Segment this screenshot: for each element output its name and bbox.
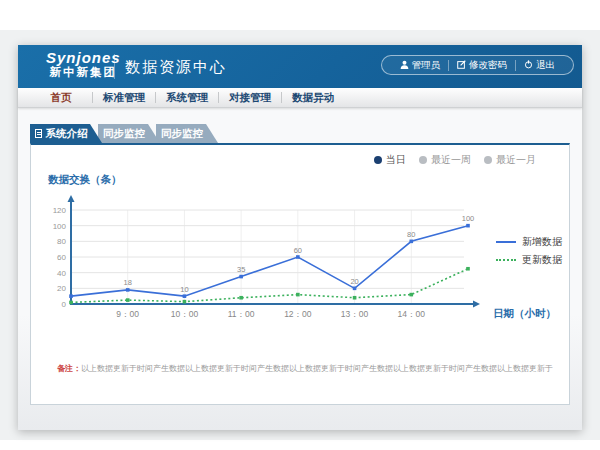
svg-text:80: 80 — [407, 230, 415, 239]
nav-item-home[interactable]: 首页 — [30, 91, 92, 105]
user-menu: 管理员 修改密码 退出 — [381, 55, 575, 75]
range-option-last-week[interactable]: 最近一周 — [419, 153, 471, 167]
tab-label: 同步监控 — [161, 127, 203, 141]
tab-bar: 系统介绍 同步监控 同步监控 — [30, 124, 570, 143]
range-label: 当日 — [386, 153, 406, 167]
header-divider — [114, 54, 115, 79]
y-axis-title: 数据交换（条） — [48, 173, 122, 187]
logout-button[interactable]: 退出 — [516, 59, 563, 72]
change-password-button[interactable]: 修改密码 — [449, 59, 515, 72]
legend-item-updated-data[interactable]: 更新数据 — [496, 251, 562, 269]
radio-selected-icon — [374, 156, 382, 164]
range-label: 最近一月 — [496, 153, 536, 167]
nav-item-data-change[interactable]: 数据异动 — [282, 91, 344, 105]
edit-icon — [457, 60, 466, 71]
x-axis-title: 日期（小时） — [493, 307, 556, 321]
logout-label: 退出 — [536, 59, 555, 72]
nav-item-interface-mgmt[interactable]: 对接管理 — [219, 91, 281, 105]
svg-text:0: 0 — [62, 300, 67, 309]
svg-text:9：00: 9：00 — [116, 309, 139, 319]
svg-text:60: 60 — [57, 253, 66, 262]
date-range-filter: 当日 最近一周 最近一月 — [374, 153, 536, 167]
svg-text:40: 40 — [57, 269, 66, 278]
legend-label: 新增数据 — [522, 235, 562, 249]
change-password-label: 修改密码 — [469, 59, 507, 72]
solid-line-icon — [496, 241, 516, 243]
current-user[interactable]: 管理员 — [392, 59, 449, 72]
svg-text:60: 60 — [294, 246, 302, 255]
svg-text:18: 18 — [124, 278, 132, 287]
dotted-line-icon — [496, 259, 516, 261]
content-panel: 系统介绍 同步监控 同步监控 当日 最近一周 — [30, 124, 570, 405]
footnote: 备注：以上数据更新于时间产生数据以上数据更新于时间产生数据以上数据更新于时间产生… — [57, 363, 562, 374]
svg-text:100: 100 — [462, 214, 475, 223]
tab-sync-monitor-1[interactable]: 同步监控 — [98, 124, 160, 143]
svg-text:35: 35 — [237, 265, 245, 274]
logo-wordmark: Synjones — [46, 49, 121, 66]
tab-sync-monitor-2[interactable]: 同步监控 — [156, 124, 218, 143]
svg-text:10: 10 — [180, 285, 188, 294]
range-option-last-month[interactable]: 最近一月 — [484, 153, 536, 167]
footnote-label: 备注： — [57, 364, 81, 373]
document-icon — [35, 129, 42, 138]
chart-panel: 当日 最近一周 最近一月 数据交换（条） 0204060801001209：00… — [30, 143, 570, 405]
main-nav: 首页 标准管理 系统管理 对接管理 数据异动 — [18, 88, 582, 108]
svg-text:120: 120 — [53, 206, 67, 215]
tab-system-intro[interactable]: 系统介绍 — [30, 124, 102, 143]
chart-legend: 新增数据 更新数据 — [496, 233, 562, 269]
company-logo: Synjones 新中新集团 — [46, 49, 121, 79]
svg-text:20: 20 — [350, 277, 358, 286]
svg-text:20: 20 — [57, 284, 66, 293]
user-icon — [400, 60, 409, 71]
tab-label: 同步监控 — [103, 127, 145, 141]
tab-label: 系统介绍 — [46, 127, 88, 141]
svg-text:13：00: 13：00 — [341, 309, 369, 319]
radio-icon — [419, 156, 427, 164]
line-chart: 0204060801001209：0010：0011：0012：0013：001… — [51, 187, 481, 322]
svg-text:11：00: 11：00 — [228, 309, 255, 319]
svg-text:100: 100 — [53, 222, 67, 231]
username-label: 管理员 — [412, 59, 441, 72]
footnote-text: 以上数据更新于时间产生数据以上数据更新于时间产生数据以上数据更新于时间产生数据以… — [81, 364, 553, 373]
page-card: Synjones 新中新集团 数据资源中心 管理员 修改密码 — [18, 45, 582, 430]
legend-item-new-data[interactable]: 新增数据 — [496, 233, 562, 251]
range-label: 最近一周 — [431, 153, 471, 167]
nav-item-system-mgmt[interactable]: 系统管理 — [156, 91, 218, 105]
svg-text:12：00: 12：00 — [284, 309, 312, 319]
nav-item-standard-mgmt[interactable]: 标准管理 — [93, 91, 155, 105]
radio-icon — [484, 156, 492, 164]
power-icon — [524, 60, 533, 71]
svg-text:80: 80 — [57, 237, 66, 246]
legend-label: 更新数据 — [522, 253, 562, 267]
page-title: 数据资源中心 — [125, 58, 227, 77]
svg-text:10：00: 10：00 — [171, 309, 199, 319]
logo-company-name: 新中新集团 — [46, 66, 121, 79]
svg-text:14：00: 14：00 — [398, 309, 426, 319]
app-header: Synjones 新中新集团 数据资源中心 管理员 修改密码 — [18, 45, 582, 88]
range-option-today[interactable]: 当日 — [374, 153, 406, 167]
